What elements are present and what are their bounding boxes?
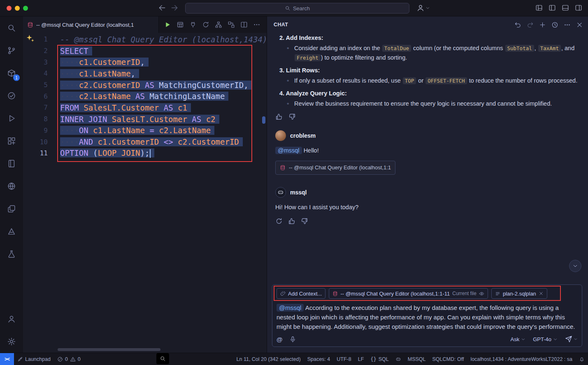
scrollbar-thumb[interactable] bbox=[58, 348, 160, 351]
model-dropdown[interactable]: GPT-4o bbox=[533, 336, 558, 342]
mode-dropdown[interactable]: Ask bbox=[511, 336, 526, 342]
customize-layout-icon[interactable] bbox=[535, 4, 543, 12]
microphone-icon[interactable] bbox=[289, 336, 296, 343]
chevron-down-icon bbox=[553, 337, 558, 342]
inline-code: TOP bbox=[403, 77, 416, 84]
sidebar-item-flask[interactable] bbox=[0, 243, 23, 265]
sidebar-item-github[interactable] bbox=[0, 175, 23, 197]
redo-icon[interactable] bbox=[527, 21, 534, 28]
indentation-item[interactable]: Spaces: 4 bbox=[304, 353, 334, 365]
toggle-sidebar-icon[interactable] bbox=[548, 4, 556, 12]
tab-title: -- @mssql Chat Query Editor (localhost,1 bbox=[36, 22, 134, 28]
sidebar-item-azure[interactable] bbox=[0, 220, 23, 243]
connect-icon[interactable] bbox=[189, 21, 197, 28]
cursor-position[interactable]: Ln 11, Col 20 (342 selected) bbox=[233, 353, 304, 365]
message-actions bbox=[275, 217, 580, 225]
maximize-window-button[interactable] bbox=[23, 6, 28, 11]
mssql-item[interactable]: MSSQL bbox=[404, 353, 429, 365]
language-item[interactable]: {} SQL bbox=[367, 353, 392, 365]
line-number: 7 bbox=[23, 104, 48, 111]
tab-chat-query-editor[interactable]: -- @mssql Chat Query Editor (localhost,1 bbox=[23, 16, 159, 33]
gear-icon bbox=[7, 337, 16, 346]
code-line: 9····ON c1.LastName = c2.LastName bbox=[23, 125, 267, 136]
toggle-panel-icon[interactable] bbox=[562, 4, 569, 12]
undo-icon[interactable] bbox=[514, 21, 521, 28]
remove-chip-icon[interactable] bbox=[539, 291, 544, 296]
encoding-item[interactable]: UTF-8 bbox=[333, 353, 354, 365]
chat-input-box[interactable]: Add Context... -- @mssql Chat Query Edit… bbox=[272, 284, 582, 347]
eol-item[interactable]: LF bbox=[355, 353, 367, 365]
copilot-sparkle-icon[interactable] bbox=[26, 34, 35, 43]
zoom-widget[interactable] bbox=[156, 353, 169, 364]
more-icon[interactable] bbox=[564, 21, 571, 28]
sqlplan-chip[interactable]: plan-2.sqlplan bbox=[491, 288, 547, 299]
thumbs-down-icon[interactable] bbox=[288, 113, 296, 120]
current-file-chip[interactable]: -- @mssql Chat Query Editor (localhost,1… bbox=[329, 288, 488, 299]
user-name: croblesm bbox=[290, 131, 316, 140]
mention-chip[interactable]: @mssql bbox=[277, 304, 304, 312]
code-editor[interactable]: 1-- @mssql Chat Query Editor (localhost,… bbox=[23, 33, 267, 353]
results-grid-icon[interactable] bbox=[177, 21, 184, 28]
sidebar-item-extensions[interactable]: 1 bbox=[0, 62, 23, 84]
change-connection-icon[interactable] bbox=[202, 21, 209, 28]
query-plan-icon[interactable] bbox=[228, 21, 235, 28]
more-actions-icon[interactable] bbox=[253, 21, 260, 28]
line-number: 6 bbox=[23, 92, 48, 100]
run-query-button[interactable] bbox=[164, 21, 171, 28]
thumbs-up-icon[interactable] bbox=[288, 217, 295, 225]
launchpad-item[interactable]: Launchpad bbox=[14, 353, 54, 365]
thumbs-up-icon[interactable] bbox=[275, 113, 283, 120]
notifications-item[interactable] bbox=[576, 353, 588, 365]
sidebar-item-notebook[interactable] bbox=[0, 152, 23, 175]
github-icon bbox=[7, 182, 16, 191]
sidebar-item-layers[interactable] bbox=[0, 197, 23, 220]
toggle-secondary-sidebar-icon[interactable] bbox=[575, 4, 582, 12]
chat-messages[interactable]: 2. Add Indexes:Consider adding an index … bbox=[267, 33, 588, 283]
copilot-icon bbox=[277, 189, 284, 196]
remote-indicator[interactable]: >< bbox=[0, 353, 14, 365]
sidebar-item-blocks[interactable] bbox=[0, 129, 23, 152]
connection-item[interactable]: localhost,1434 : AdventureWorksLT2022 : … bbox=[467, 353, 576, 365]
send-button[interactable] bbox=[565, 335, 578, 343]
list-item-title: 4. Analyze Query Logic: bbox=[279, 89, 580, 98]
split-editor-icon[interactable] bbox=[240, 21, 248, 28]
sidebar-item-source-control[interactable] bbox=[0, 39, 23, 62]
mention-chip[interactable]: @mssql bbox=[275, 147, 302, 154]
add-context-chip[interactable]: Add Context... bbox=[277, 288, 325, 299]
overview-ruler[interactable] bbox=[261, 33, 267, 353]
problems-item[interactable]: 0 0 bbox=[54, 353, 84, 365]
file-icon bbox=[495, 291, 500, 296]
code-line: 1-- @mssql Chat Query Editor (localhost,… bbox=[23, 34, 267, 45]
sidebar-item-search[interactable] bbox=[0, 16, 23, 39]
new-chat-icon[interactable] bbox=[539, 21, 546, 28]
sidebar-item-testing[interactable] bbox=[0, 84, 23, 107]
navigate-forward-icon[interactable] bbox=[170, 4, 179, 12]
attachment-pill[interactable]: -- @mssql Chat Query Editor (localhost,1… bbox=[275, 161, 395, 175]
line-number: 2 bbox=[23, 47, 48, 55]
editor-tab-bar: -- @mssql Chat Query Editor (localhost,1 bbox=[23, 16, 267, 33]
eye-icon[interactable] bbox=[479, 291, 484, 296]
history-icon[interactable] bbox=[551, 21, 558, 28]
horizontal-scrollbar[interactable] bbox=[23, 348, 261, 351]
schema-icon[interactable] bbox=[215, 21, 222, 28]
sidebar-item-run[interactable] bbox=[0, 107, 23, 129]
sqlcmd-item[interactable]: SQLCMD: Off bbox=[429, 353, 467, 365]
avatar bbox=[275, 130, 286, 141]
extensions-icon bbox=[7, 136, 16, 146]
chat-input-text[interactable]: @mssql According to the execution plan s… bbox=[277, 303, 578, 331]
scroll-to-bottom-button[interactable] bbox=[569, 260, 581, 272]
navigate-back-icon[interactable] bbox=[158, 4, 166, 12]
panel-title: CHAT bbox=[274, 22, 288, 28]
minimize-window-button[interactable] bbox=[15, 6, 20, 11]
close-icon[interactable] bbox=[576, 21, 583, 28]
sidebar-item-settings[interactable] bbox=[0, 330, 23, 353]
account-menu[interactable] bbox=[416, 4, 430, 12]
copilot-status[interactable] bbox=[392, 353, 404, 365]
mention-icon[interactable]: @ bbox=[277, 336, 283, 343]
command-center-search[interactable]: Search bbox=[185, 3, 409, 14]
sidebar-item-account[interactable] bbox=[0, 307, 23, 330]
assistant-message-text: Hi! How can I assist you today? bbox=[275, 203, 580, 212]
retry-icon[interactable] bbox=[275, 217, 283, 225]
close-window-button[interactable] bbox=[7, 6, 12, 11]
thumbs-down-icon[interactable] bbox=[301, 217, 308, 225]
